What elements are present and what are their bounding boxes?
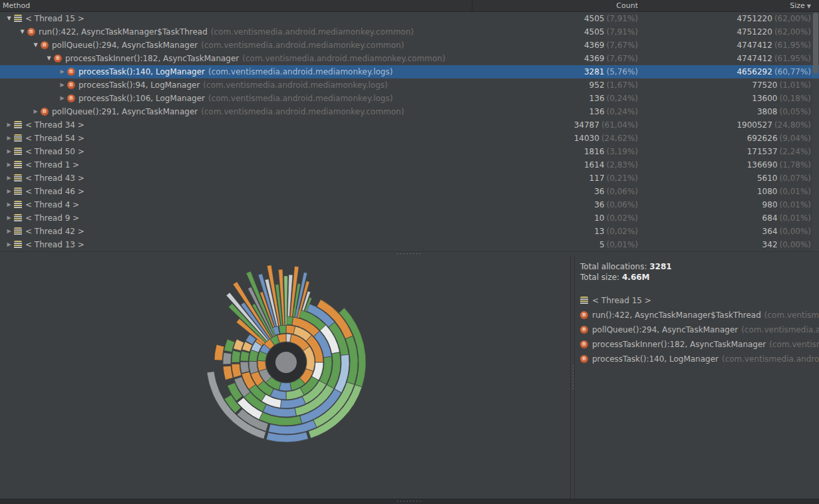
size-value: 1900527 xyxy=(737,120,772,130)
tree-row[interactable]: ▼ < Thread 15 > 4505(7,91%) 4751220(62,0… xyxy=(0,12,819,25)
expand-toggle-icon[interactable]: ▼ xyxy=(31,39,41,52)
thread-icon xyxy=(14,174,22,182)
size-percent: (0,01%) xyxy=(780,187,811,196)
count-value: 34787 xyxy=(574,120,599,130)
expand-toggle-icon[interactable]: ▼ xyxy=(44,52,54,65)
size-value: 692626 xyxy=(747,134,778,143)
size-value: 4656292 xyxy=(737,67,772,76)
expand-toggle-icon[interactable]: ▶ xyxy=(31,105,41,118)
method-package: (com.ventismedia.android.mediamonkey.com… xyxy=(242,52,445,65)
expand-toggle-icon[interactable]: ▶ xyxy=(57,92,67,105)
count-value: 1614 xyxy=(584,160,605,170)
expand-toggle-icon[interactable]: ▶ xyxy=(4,118,14,132)
count-cell: 136(0,24%) xyxy=(472,105,638,118)
size-cell: 980(0,01%) xyxy=(638,198,819,211)
expand-toggle-icon[interactable]: ▼ xyxy=(17,25,27,39)
tree-row[interactable]: ▶ < Thread 42 > 13(0,02%) 364(0,00%) xyxy=(0,225,819,238)
count-percent: (5,76%) xyxy=(607,67,638,76)
count-value: 3281 xyxy=(584,67,605,76)
tree-row[interactable]: ▶ < Thread 43 > 117(0,21%) 5610(0,07%) xyxy=(0,172,819,185)
tree-row[interactable]: ▶ processTask():140, LogManager (com.ven… xyxy=(0,65,819,78)
tree-row[interactable]: ▼ run():422, AsyncTaskManager$TaskThread… xyxy=(0,25,819,39)
count-cell: 13(0,02%) xyxy=(472,225,638,238)
stack-item[interactable]: run():422, AsyncTaskManager$TaskThread (… xyxy=(580,308,819,322)
bottom-area: Total allocations: 3281 Total size: 4.66… xyxy=(0,257,819,499)
tree-row[interactable]: ▼ pollQueue():294, AsyncTaskManager (com… xyxy=(0,39,819,52)
tree-row[interactable]: ▶ < Thread 4 > 36(0,06%) 980(0,01%) xyxy=(0,198,819,211)
allocation-tracker-window: Method Count Size▼ ▼ < Thread 15 > 4505(… xyxy=(0,0,819,504)
tree-row[interactable]: ▶ pollQueue():291, AsyncTaskManager (com… xyxy=(0,105,819,118)
horizontal-splitter[interactable] xyxy=(0,251,819,257)
tree-row[interactable]: ▼ processTaskInner():182, AsyncTaskManag… xyxy=(0,52,819,65)
sort-desc-icon: ▼ xyxy=(807,3,811,9)
tree-row[interactable]: ▶ < Thread 1 > 1614(2,83%) 136690(1,78%) xyxy=(0,158,819,172)
method-label: < Thread 1 > xyxy=(25,158,79,172)
count-value: 4505 xyxy=(584,27,605,37)
thread-icon xyxy=(14,121,22,129)
method-label: < Thread 50 > xyxy=(25,145,84,158)
method-label: pollQueue():294, AsyncTaskManager xyxy=(52,39,198,52)
tree-row[interactable]: ▶ < Thread 54 > 14030(24,62%) 692626(9,0… xyxy=(0,132,819,145)
tree-scrollbar-thumb[interactable] xyxy=(813,13,818,74)
count-value: 4505 xyxy=(584,14,605,23)
count-percent: (0,02%) xyxy=(607,227,638,236)
stack-label: processTask():140, LogManager xyxy=(592,354,719,364)
expand-toggle-icon[interactable]: ▶ xyxy=(4,238,14,251)
column-header-count[interactable]: Count xyxy=(472,0,638,11)
method-package: (com.ventismedia.android.mediamonkey.log… xyxy=(208,92,393,105)
count-cell: 4369(7,67%) xyxy=(472,39,638,52)
stack-item[interactable]: processTask():140, LogManager (com.venti… xyxy=(580,352,819,366)
stack-item[interactable]: < Thread 15 > xyxy=(580,293,819,308)
tree-row[interactable]: ▶ < Thread 46 > 36(0,06%) 1080(0,01%) xyxy=(0,185,819,198)
size-cell: 684(0,01%) xyxy=(638,211,819,225)
size-cell: 364(0,00%) xyxy=(638,225,819,238)
tree-row[interactable]: ▶ < Thread 13 > 5(0,01%) 342(0,00%) xyxy=(0,238,819,251)
expand-toggle-icon[interactable]: ▶ xyxy=(4,225,14,238)
method-label: processTask():140, LogManager xyxy=(79,65,205,78)
size-value: 684 xyxy=(762,213,778,223)
total-size-value: 4.66M xyxy=(622,273,650,282)
method-cell: ▶ < Thread 4 > xyxy=(0,198,472,211)
method-icon xyxy=(67,68,75,76)
method-cell: ▶ < Thread 9 > xyxy=(0,211,472,225)
count-value: 136 xyxy=(589,94,605,103)
method-label: processTask():94, LogManager xyxy=(79,78,200,92)
expand-toggle-icon[interactable]: ▶ xyxy=(57,78,67,92)
column-header-method[interactable]: Method xyxy=(0,0,472,11)
vertical-splitter[interactable] xyxy=(570,257,575,499)
count-percent: (0,24%) xyxy=(607,94,638,103)
sunburst-chart[interactable] xyxy=(0,257,570,499)
tree-scrollbar[interactable] xyxy=(812,12,819,251)
count-cell: 3281(5,76%) xyxy=(472,65,638,78)
tree-row[interactable]: ▶ processTask():94, LogManager (com.vent… xyxy=(0,78,819,92)
stack-item[interactable]: pollQueue():294, AsyncTaskManager (com.v… xyxy=(580,322,819,337)
expand-toggle-icon[interactable]: ▶ xyxy=(4,132,14,145)
call-stack-list: < Thread 15 > run():422, AsyncTaskManage… xyxy=(580,293,819,366)
column-header-size[interactable]: Size▼ xyxy=(638,0,819,11)
expand-toggle-icon[interactable]: ▶ xyxy=(4,145,14,158)
count-cell: 10(0,02%) xyxy=(472,211,638,225)
expand-toggle-icon[interactable]: ▶ xyxy=(4,158,14,172)
expand-toggle-icon[interactable]: ▶ xyxy=(4,185,14,198)
count-value: 14030 xyxy=(574,134,599,143)
expand-toggle-icon[interactable]: ▼ xyxy=(4,12,14,25)
tree-row[interactable]: ▶ < Thread 50 > 1816(3,19%) 171537(2,24%… xyxy=(0,145,819,158)
expand-toggle-icon[interactable]: ▶ xyxy=(4,211,14,225)
size-value: 980 xyxy=(762,200,778,209)
method-cell: ▶ pollQueue():291, AsyncTaskManager (com… xyxy=(0,105,472,118)
tree-row[interactable]: ▶ < Thread 34 > 34787(61,04%) 1900527(24… xyxy=(0,118,819,132)
expand-toggle-icon[interactable]: ▶ xyxy=(57,65,67,78)
size-cell: 4747412(61,95%) xyxy=(638,52,819,65)
size-percent: (24,80%) xyxy=(774,120,811,130)
count-value: 4369 xyxy=(584,41,605,50)
tree-row[interactable]: ▶ processTask():106, LogManager (com.ven… xyxy=(0,92,819,105)
bottom-splitter[interactable] xyxy=(0,499,819,504)
size-percent: (62,00%) xyxy=(774,14,811,23)
count-percent: (3,19%) xyxy=(607,147,638,156)
stack-item[interactable]: processTaskInner():182, AsyncTaskManager… xyxy=(580,337,819,352)
tree-row[interactable]: ▶ < Thread 9 > 10(0,02%) 684(0,01%) xyxy=(0,211,819,225)
expand-toggle-icon[interactable]: ▶ xyxy=(4,172,14,185)
total-allocations-label: Total allocations: xyxy=(580,262,647,271)
count-percent: (0,06%) xyxy=(607,200,638,209)
expand-toggle-icon[interactable]: ▶ xyxy=(4,198,14,211)
